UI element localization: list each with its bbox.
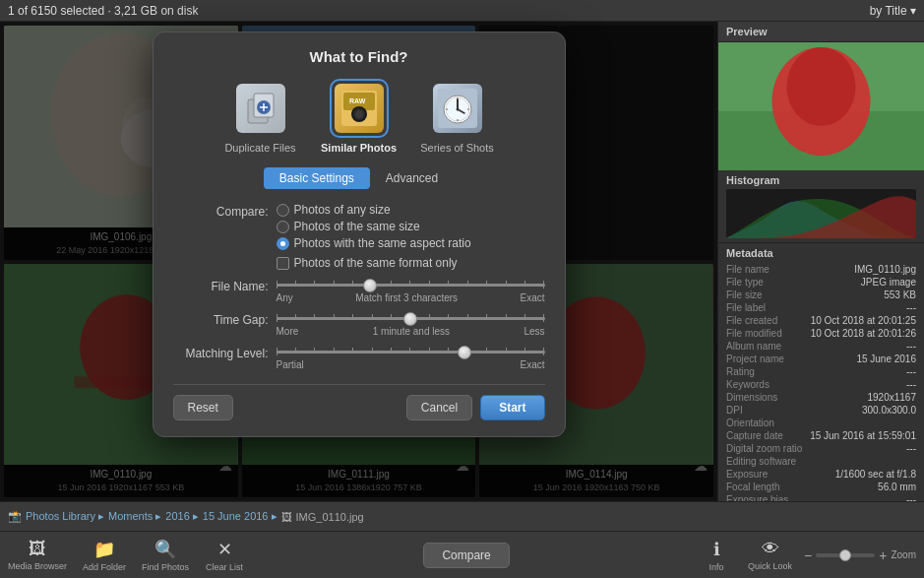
bc-moments[interactable]: Moments ▸ [108, 510, 161, 523]
meta-val: --- [810, 302, 916, 313]
zoom-plus-icon[interactable]: + [879, 547, 887, 563]
toolbar-clear-list[interactable]: ✕ Clear List [205, 539, 244, 572]
timegap-row: Time Gap: [173, 311, 545, 337]
matching-slider-container: Partial Exact [277, 345, 545, 370]
toolbar-media-browser[interactable]: 🖼 Media Browser [8, 539, 67, 571]
start-button[interactable]: Start [480, 395, 544, 420]
compare-options: Photos of any size Photos of the same si… [277, 203, 545, 270]
meta-val: --- [810, 341, 916, 352]
metadata-row: Focal length56.0 mm [726, 481, 916, 493]
timegap-slider[interactable]: More 1 minute and less Less [277, 317, 545, 337]
radio-same-size-label: Photos of the same size [294, 220, 420, 233]
metadata-row: DPI300.0x300.0 [726, 404, 916, 417]
radio-any-size-circle [277, 204, 289, 217]
info-icon: ℹ [713, 539, 720, 560]
cancel-button[interactable]: Cancel [406, 395, 472, 420]
zoom-minus-icon[interactable]: − [804, 547, 812, 563]
checkbox-same-format[interactable]: Photos of the same format only [277, 256, 545, 270]
matching-slider-labels: Partial Exact [277, 359, 545, 370]
radio-same-aspect-circle [277, 237, 289, 250]
sort-order[interactable]: by Title ▾ [870, 4, 916, 18]
svg-point-22 [355, 110, 363, 118]
metadata-section: Metadata File nameIMG_0110.jpgFile typeJ… [718, 243, 924, 501]
zoom-label: Zoom [891, 549, 916, 560]
add-folder-label: Add Folder [83, 562, 126, 572]
tab-duplicate-files[interactable]: Duplicate Files [221, 79, 300, 154]
meta-val: --- [810, 379, 916, 390]
metadata-row: Exposure1/1600 sec at f/1.8 [726, 468, 916, 481]
radio-group-compare: Photos of any size Photos of the same si… [277, 203, 545, 270]
bc-filename: IMG_0110.jpg [296, 511, 364, 523]
main-area: ☁ IMG_0106.jpg 22 May 2016 1920x1218 559… [0, 22, 924, 501]
radio-any-size[interactable]: Photos of any size [277, 203, 545, 217]
modal-buttons: Reset Cancel Start [173, 384, 545, 420]
settings-tabs: Basic Settings Advanced [173, 167, 545, 189]
modal-overlay: What to Find? [0, 22, 717, 501]
radio-same-aspect[interactable]: Photos with the same aspect ratio [277, 236, 545, 250]
series-shots-icon-box [428, 79, 487, 138]
photo-grid: ☁ IMG_0106.jpg 22 May 2016 1920x1218 559… [0, 22, 717, 501]
info-label: Info [709, 562, 724, 572]
media-browser-icon: 🖼 [29, 539, 46, 559]
compare-button[interactable]: Compare [423, 543, 509, 568]
find-photos-label: Find Photos [142, 562, 189, 572]
metadata-row: Editing software [726, 455, 916, 468]
reset-button[interactable]: Reset [173, 395, 233, 420]
bc-15-june[interactable]: 15 June 2016 ▸ [203, 510, 277, 523]
matching-thumb[interactable] [458, 346, 471, 359]
right-sidebar: Preview Histogram [717, 22, 924, 501]
top-bar: 1 of 6150 selected · 3,21 GB on disk by … [0, 0, 924, 22]
filename-slider-labels: Any Match first 3 characters Exact [277, 292, 545, 303]
series-shots-icon [433, 84, 482, 133]
meta-val [810, 417, 916, 428]
modal-dialog: What to Find? [153, 32, 566, 437]
similar-photos-icon: RAW [335, 84, 384, 133]
timegap-thumb[interactable] [403, 312, 417, 326]
toolbar-add-folder[interactable]: 📁 Add Folder [83, 539, 126, 572]
matching-row: Matching Level: [173, 345, 545, 370]
radio-same-size[interactable]: Photos of the same size [277, 220, 545, 233]
metadata-row: Keywords--- [726, 378, 916, 391]
media-browser-label: Media Browser [8, 561, 67, 571]
meta-val: --- [810, 494, 916, 501]
filename-label: File Name: [173, 278, 277, 293]
tab-advanced[interactable]: Advanced [370, 167, 454, 189]
metadata-row: Rating--- [726, 365, 916, 378]
filename-slider-container: Any Match first 3 characters Exact [277, 278, 545, 303]
meta-val: 1/1600 sec at f/1.8 [810, 469, 916, 480]
matching-label: Matching Level: [173, 345, 277, 360]
matching-slider[interactable]: Partial Exact [277, 351, 545, 370]
zoom-control: − + Zoom [804, 547, 916, 563]
metadata-row: Orientation [726, 417, 916, 429]
selection-info: 1 of 6150 selected · 3,21 GB on disk [8, 4, 198, 18]
zoom-slider[interactable] [816, 553, 875, 557]
filename-thumb[interactable] [363, 279, 377, 292]
filename-slider[interactable]: Any Match first 3 characters Exact [277, 284, 545, 303]
metadata-row: Project name15 June 2016 [726, 353, 916, 365]
meta-key: File size [726, 289, 810, 300]
tab-similar-photos[interactable]: RAW Similar Photos [320, 79, 399, 154]
radio-any-size-label: Photos of any size [294, 203, 391, 217]
histogram-label: Histogram [726, 174, 916, 186]
duplicate-files-icon-box [231, 79, 290, 138]
compare-row: Compare: Photos of any size Photos of th… [173, 203, 545, 270]
toolbar-info[interactable]: ℹ Info [697, 539, 736, 572]
svg-point-36 [787, 47, 856, 126]
meta-key: File type [726, 277, 810, 288]
metadata-row: Dimensions1920x1167 [726, 391, 916, 404]
meta-val: 15 Jun 2016 at 15:59:01 [810, 430, 916, 441]
bc-photos-library[interactable]: Photos Library ▸ [26, 510, 104, 523]
meta-val: JPEG image [810, 277, 916, 288]
series-shots-label: Series of Shots [420, 142, 494, 154]
matching-track [277, 351, 545, 353]
similar-photos-icon-box: RAW [330, 79, 389, 138]
tab-basic-settings[interactable]: Basic Settings [264, 167, 370, 189]
bc-2016[interactable]: 2016 ▸ [165, 510, 199, 523]
meta-val: IMG_0110.jpg [810, 264, 916, 275]
toolbar-find-photos[interactable]: 🔍 Find Photos [142, 539, 189, 572]
toolbar-quick-look[interactable]: 👁 Quick Look [748, 539, 792, 571]
tab-series-shots[interactable]: Series of Shots [418, 79, 497, 154]
meta-key: File modified [726, 328, 810, 339]
meta-key: Digital zoom ratio [726, 443, 810, 454]
meta-key: Project name [726, 353, 810, 364]
